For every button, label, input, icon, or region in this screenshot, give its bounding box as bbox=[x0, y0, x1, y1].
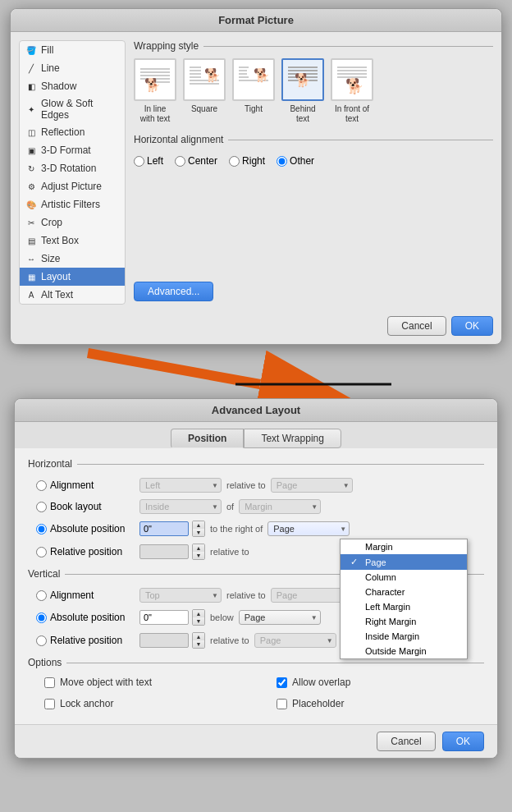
svg-text:🐕: 🐕 bbox=[144, 77, 161, 93]
vert-relative-pos-input-group: ▲ ▼ bbox=[139, 632, 205, 649]
sidebar-item-alttext[interactable]: A Alt Text bbox=[20, 286, 125, 304]
wrap-infront-label: In front oftext bbox=[335, 104, 369, 124]
dropdown-leftmargin-label: Left Margin bbox=[365, 602, 410, 612]
absolute-pos-input[interactable] bbox=[139, 521, 189, 536]
vert-absolute-pos-input[interactable] bbox=[139, 610, 189, 625]
lock-anchor-checkbox[interactable] bbox=[44, 699, 55, 709]
alignment-relto-select[interactable]: Page bbox=[271, 478, 353, 493]
vert-absolute-pos-radio[interactable] bbox=[36, 612, 47, 623]
wrap-tight[interactable]: 🐕 Tight bbox=[232, 58, 275, 124]
sidebar-item-adjust[interactable]: ⚙ Adjust Picture bbox=[20, 177, 125, 195]
vert-below-select[interactable]: Page bbox=[239, 610, 321, 625]
spin-up-vertabs[interactable]: ▲ bbox=[193, 610, 204, 617]
vert-alignment-radio-label[interactable]: Alignment bbox=[36, 590, 135, 601]
radio-right-label: Right bbox=[242, 155, 265, 167]
dropdown-item-insidemargin[interactable]: Inside Margin bbox=[341, 629, 467, 644]
format-picture-titlebar: Format Picture bbox=[11, 9, 501, 32]
sidebar-item-3dformat[interactable]: ▣ 3-D Format bbox=[20, 141, 125, 159]
relative-pos-horiz-input[interactable] bbox=[139, 544, 189, 559]
relative-pos-horiz-radio-label[interactable]: Relative position bbox=[36, 546, 135, 557]
vert-relative-pos-relto-select[interactable]: Page bbox=[254, 633, 336, 648]
reflection-icon: ◫ bbox=[25, 126, 38, 139]
sidebar-item-crop[interactable]: ✂ Crop bbox=[20, 213, 125, 232]
format-cancel-button[interactable]: Cancel bbox=[387, 316, 446, 336]
wrap-inline[interactable]: 🐕 In linewith text bbox=[134, 58, 176, 124]
spin-down-vertrel[interactable]: ▼ bbox=[193, 640, 204, 648]
spin-down-vertabs[interactable]: ▼ bbox=[193, 617, 204, 625]
book-of-select-wrapper: Margin bbox=[239, 499, 321, 514]
book-layout-select-wrapper: Inside bbox=[139, 499, 222, 514]
alignment-select-wrapper: Left bbox=[139, 478, 222, 493]
wrap-behind[interactable]: 🐕 Behindtext bbox=[281, 58, 324, 124]
vert-alignment-radio[interactable] bbox=[36, 590, 47, 601]
vert-relative-pos-radio-label[interactable]: Relative position bbox=[36, 635, 135, 646]
radio-other[interactable]: Other bbox=[277, 155, 314, 167]
spin-down[interactable]: ▼ bbox=[193, 529, 204, 536]
wrap-infront[interactable]: 🐕 In front oftext bbox=[331, 58, 373, 124]
sidebar-item-fill[interactable]: 🪣 Fill bbox=[20, 41, 125, 59]
move-object-checkbox[interactable] bbox=[44, 677, 55, 688]
spin-up[interactable]: ▲ bbox=[193, 521, 204, 529]
book-of-select[interactable]: Margin bbox=[239, 499, 321, 514]
book-layout-radio[interactable] bbox=[36, 502, 47, 512]
placeholder-label[interactable]: Placeholder bbox=[292, 698, 344, 709]
book-layout-select[interactable]: Inside bbox=[139, 499, 222, 514]
allow-overlap-label[interactable]: Allow overlap bbox=[292, 677, 350, 688]
vert-alignment-select[interactable]: Top bbox=[139, 588, 222, 603]
absolute-pos-radio-label[interactable]: Absolute position bbox=[36, 523, 135, 534]
dropdown-item-margin[interactable]: Margin bbox=[341, 539, 467, 554]
sidebar-item-size[interactable]: ↔ Size bbox=[20, 250, 125, 268]
sidebar-item-textbox[interactable]: ▤ Text Box bbox=[20, 232, 125, 250]
dropdown-item-page[interactable]: ✓ Page bbox=[341, 554, 467, 570]
absolute-pos-radio[interactable] bbox=[36, 524, 47, 534]
radio-center[interactable]: Center bbox=[175, 155, 217, 167]
move-object-row: Move object with text bbox=[36, 677, 252, 688]
sidebar-item-artistic[interactable]: 🎨 Artistic Filters bbox=[20, 195, 125, 213]
sidebar-item-3drotation[interactable]: ↻ 3-D Rotation bbox=[20, 159, 125, 177]
absolute-pos-select-wrapper: Page bbox=[267, 521, 350, 536]
book-layout-radio-label[interactable]: Book layout bbox=[36, 501, 135, 512]
radio-left[interactable]: Left bbox=[134, 155, 163, 167]
lock-anchor-label[interactable]: Lock anchor bbox=[60, 698, 113, 709]
spin-up-vertrel[interactable]: ▲ bbox=[193, 633, 204, 640]
tab-position[interactable]: Position bbox=[171, 429, 244, 448]
alignment-select[interactable]: Left bbox=[139, 478, 222, 493]
dropdown-item-rightmargin[interactable]: Right Margin bbox=[341, 614, 467, 629]
radio-center-input[interactable] bbox=[175, 156, 185, 167]
sidebar-item-label: Layout bbox=[41, 271, 71, 282]
sidebar-item-layout[interactable]: ▦ Layout bbox=[20, 268, 125, 286]
sidebar-item-line[interactable]: ╱ Line bbox=[20, 59, 125, 77]
adv-cancel-button[interactable]: Cancel bbox=[377, 732, 435, 751]
dropdown-item-leftmargin[interactable]: Left Margin bbox=[341, 599, 467, 614]
alignment-radio[interactable] bbox=[36, 480, 47, 491]
vert-relative-pos-radio[interactable] bbox=[36, 635, 47, 646]
move-object-label[interactable]: Move object with text bbox=[60, 677, 152, 688]
wrap-square-icon: 🐕 bbox=[183, 58, 226, 101]
format-ok-button[interactable]: OK bbox=[451, 316, 493, 336]
sidebar-item-glow[interactable]: ✦ Glow & Soft Edges bbox=[20, 95, 125, 123]
radio-left-input[interactable] bbox=[134, 156, 144, 167]
relative-pos-horiz-radio[interactable] bbox=[36, 547, 47, 557]
placeholder-checkbox[interactable] bbox=[277, 699, 287, 709]
tab-textwrapping[interactable]: Text Wrapping bbox=[244, 429, 341, 448]
svg-rect-20 bbox=[288, 70, 318, 71]
sidebar-item-shadow[interactable]: ◧ Shadow bbox=[20, 77, 125, 95]
radio-right-input[interactable] bbox=[229, 156, 240, 167]
advanced-button[interactable]: Advanced... bbox=[134, 282, 213, 301]
absolute-pos-select[interactable]: Page bbox=[267, 521, 350, 536]
spin-up-relhoriz[interactable]: ▲ bbox=[193, 544, 204, 552]
radio-right[interactable]: Right bbox=[229, 155, 265, 167]
dropdown-item-column[interactable]: Column bbox=[341, 570, 467, 585]
svg-text:🐕: 🐕 bbox=[254, 67, 270, 83]
wrap-square[interactable]: 🐕 Square bbox=[183, 58, 226, 124]
alignment-radio-label[interactable]: Alignment bbox=[36, 479, 135, 491]
dropdown-item-character[interactable]: Character bbox=[341, 585, 467, 599]
adv-ok-button[interactable]: OK bbox=[442, 732, 484, 751]
allow-overlap-checkbox[interactable] bbox=[277, 677, 287, 688]
dropdown-item-outsidemargin[interactable]: Outside Margin bbox=[341, 644, 467, 658]
radio-other-input[interactable] bbox=[277, 156, 287, 167]
vert-relative-pos-input[interactable] bbox=[139, 633, 189, 648]
spin-down-relhoriz[interactable]: ▼ bbox=[193, 552, 204, 559]
sidebar-item-reflection[interactable]: ◫ Reflection bbox=[20, 123, 125, 141]
vert-absolute-pos-radio-label[interactable]: Absolute position bbox=[36, 612, 135, 623]
